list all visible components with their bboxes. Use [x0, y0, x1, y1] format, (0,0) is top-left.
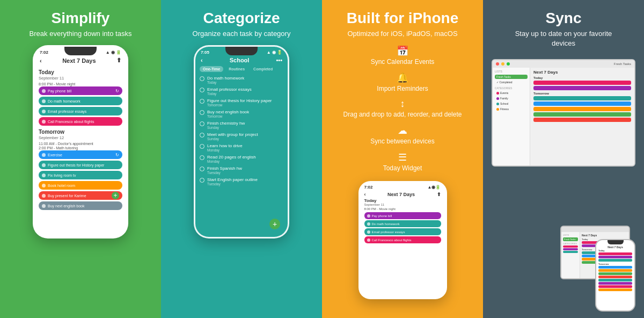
task-circle	[200, 133, 204, 138]
teal-task-2: Email professor essays Today	[195, 87, 288, 96]
iphone-panel: Built for iPhone Optimized for iOS, iPad…	[322, 0, 483, 318]
task-date: Today	[207, 81, 244, 84]
back-icon: ‹	[201, 57, 203, 63]
devices-stack: Fresh Tasks LISTS Fresh Tasks ✓ Complete…	[492, 59, 635, 312]
task-present: Buy present for Karime +	[39, 191, 122, 200]
task-dot	[42, 110, 46, 113]
tab-completed[interactable]: Completed	[250, 66, 276, 72]
sync-panel: Sync Stay up to date on your favoritedev…	[483, 0, 644, 318]
phone-time: 7:02	[40, 50, 48, 55]
simplify-panel: Simplify Break everything down into task…	[0, 0, 161, 318]
teal-task-10: Start English paper outline Tuesday	[195, 177, 288, 186]
task-repeat: ↻	[115, 153, 119, 157]
task-dot	[42, 174, 46, 177]
task-hotel: Book hotel room	[39, 181, 122, 190]
iphone-small-device: Next 7 Days Today Tomorrow	[595, 239, 635, 312]
task-date: Today	[207, 92, 252, 96]
tab-routines[interactable]: Routines	[225, 66, 248, 72]
task-exercise: Exercise ↻	[39, 150, 122, 159]
task-pay-phone: Pay phone bill ↻	[39, 86, 122, 95]
simplify-subtitle: Break everything down into tasks	[30, 29, 132, 39]
phone-tabs: One-Time Routines Completed	[195, 64, 288, 74]
teal-task-5: Finish chemistry hw Sunday	[195, 121, 288, 129]
task-text: Call Francesco about flights	[48, 120, 94, 124]
task-dot	[42, 184, 46, 187]
task-text: Book hotel room	[48, 184, 75, 187]
task-circle	[200, 178, 204, 183]
teal-task-4: Buy next english book Tomorrow	[195, 110, 288, 118]
teal-task-6: Meet with group for project Sunday	[195, 132, 288, 141]
phone-time: 7:05	[201, 50, 209, 55]
today-label: Today	[39, 69, 122, 75]
feature-reminders: 🔔 Import Reminders	[377, 72, 428, 93]
add-task-fab[interactable]: +	[269, 219, 280, 229]
mini-date: September 11	[364, 203, 441, 206]
categorize-title: Categorize	[203, 10, 280, 27]
bell-icon: 🔔	[397, 72, 408, 84]
time-entry-3: 2:00 PM - Math tutoring	[39, 146, 122, 150]
mac-main: Next 7 Days Today Tomorrow	[530, 68, 634, 167]
task-title: Finish Spanish hw	[207, 166, 242, 171]
iphone-subtitle: Optimized for iOS, iPadOS, macOS	[347, 29, 457, 39]
task-circle	[200, 144, 204, 149]
task-text: Email professor essays	[48, 110, 86, 113]
categorize-panel: Categorize Organize each task by categor…	[161, 0, 322, 318]
teal-task-1: Do math homework Today	[195, 76, 288, 84]
mini-header: ‹Next 7 Days⬆	[360, 191, 445, 198]
task-circle	[200, 110, 204, 115]
task-date: Tuesday	[207, 171, 242, 175]
task-date: Monday	[207, 148, 243, 152]
back-icon: ‹	[40, 57, 42, 64]
task-circle	[200, 99, 204, 104]
sync-title: Sync	[546, 10, 582, 27]
teal-task-7: Learn how to drive Monday	[195, 143, 288, 152]
fab-inline: +	[112, 192, 119, 199]
feature-drag: ↕ Drag and drop to add, reorder, and del…	[343, 98, 462, 119]
task-circle	[200, 167, 204, 171]
mac-device: Fresh Tasks LISTS Fresh Tasks ✓ Complete…	[492, 59, 635, 167]
time-entry-2: 11:00 AM - Doctor's appointment	[39, 142, 122, 146]
task-tv: Fix living room tv	[39, 171, 122, 179]
task-text: Buy present for Karime	[48, 194, 86, 198]
calendar-icon: 📅	[397, 45, 408, 57]
simplify-phone: 7:02 ▲ ◉ 🔋 ‹ Next 7 Days ⬆ Today Septemb…	[33, 45, 128, 238]
task-title: Finish chemistry hw	[207, 121, 245, 126]
phone-notch	[64, 47, 97, 55]
phone-title: School	[230, 57, 250, 63]
task-book: Buy next english book	[39, 201, 122, 210]
drag-label: Drag and drop to add, reorder, and delet…	[343, 111, 462, 119]
feature-sync: ☁ Sync between devices	[370, 125, 434, 146]
phone-content: Today September 11 8:00 PM - Movie night…	[34, 66, 127, 212]
teal-task-9: Finish Spanish hw Tuesday	[195, 166, 288, 175]
task-text: Exercise	[48, 153, 62, 157]
task-text: Do math homework	[48, 99, 80, 103]
task-dot	[42, 163, 46, 167]
iphone-title: Built for iPhone	[347, 10, 458, 27]
more-icon: •••	[276, 57, 282, 63]
task-dot	[42, 204, 46, 208]
task-repeat: ↻	[115, 89, 119, 93]
mac-sidebar: LISTS Fresh Tasks ✓ Completed CATEGORIES…	[493, 68, 530, 167]
task-math: Do math homework	[39, 97, 122, 105]
tab-onetime[interactable]: One-Time	[200, 66, 223, 72]
task-circle	[200, 121, 204, 126]
feature-list: 📅 Sync Calendar Events 🔔 Import Reminder…	[343, 45, 462, 172]
cloud-icon: ☁	[398, 125, 407, 136]
simplify-title: Simplify	[52, 10, 110, 27]
task-date: Sunday	[207, 137, 258, 141]
task-title: Email professor essays	[207, 87, 252, 92]
phone-header: ‹ Next 7 Days ⬆	[34, 56, 127, 66]
feature-widget: ☰ Today Widget	[383, 151, 422, 173]
task-circle	[200, 88, 204, 92]
task-title: Start English paper outline	[207, 177, 258, 182]
mini-today: Today	[364, 198, 441, 203]
task-call: Call Francesco about flights	[39, 117, 122, 126]
task-date: Tomorrow	[207, 114, 249, 118]
iphone-small-content: Next 7 Days Today Tomorrow	[596, 244, 634, 293]
task-circle	[200, 155, 204, 160]
task-circle	[200, 76, 204, 81]
task-date: Sunday	[207, 126, 245, 129]
ipad-sidebar: LISTS Fresh Tasks CATEGORIES	[561, 232, 580, 279]
mini-task-4: Call Francesco about flights	[364, 236, 441, 243]
iphone-mockup: 7:02▲◉🔋 ‹Next 7 Days⬆ Today September 11…	[358, 181, 447, 299]
